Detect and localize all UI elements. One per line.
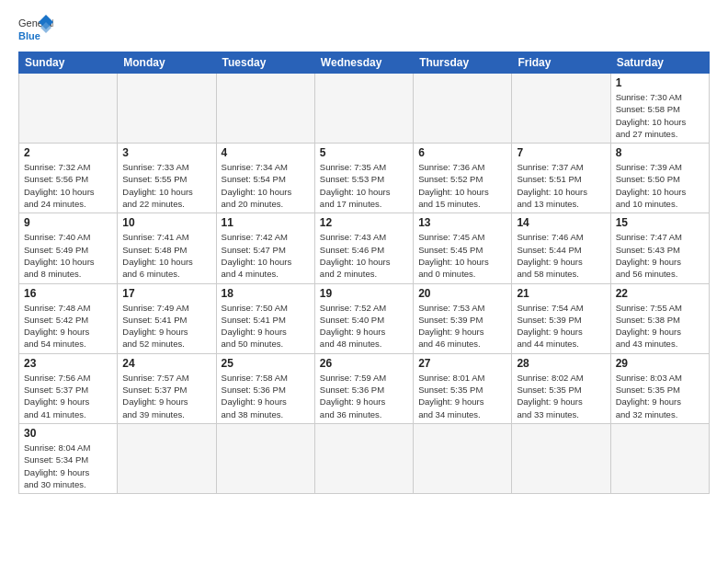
day-number: 21 (517, 287, 605, 300)
calendar-cell: 25Sunrise: 7:58 AM Sunset: 5:36 PM Dayli… (216, 353, 314, 423)
day-info: Sunrise: 7:33 AM Sunset: 5:55 PM Dayligh… (122, 161, 210, 210)
day-number: 6 (418, 146, 506, 159)
day-number: 20 (418, 287, 506, 300)
calendar-cell: 24Sunrise: 7:57 AM Sunset: 5:37 PM Dayli… (118, 353, 216, 423)
day-number: 4 (222, 146, 310, 159)
calendar-cell: 11Sunrise: 7:42 AM Sunset: 5:47 PM Dayli… (216, 213, 314, 283)
calendar-cell: 9Sunrise: 7:40 AM Sunset: 5:49 PM Daylig… (19, 213, 118, 283)
calendar-cell (512, 74, 610, 144)
calendar-cell: 15Sunrise: 7:47 AM Sunset: 5:43 PM Dayli… (610, 213, 709, 283)
logo-icon: General Blue (18, 15, 53, 46)
day-info: Sunrise: 7:34 AM Sunset: 5:54 PM Dayligh… (222, 161, 310, 210)
calendar-cell: 16Sunrise: 7:48 AM Sunset: 5:42 PM Dayli… (19, 283, 118, 353)
day-info: Sunrise: 8:03 AM Sunset: 5:35 PM Dayligh… (616, 372, 704, 420)
day-info: Sunrise: 7:58 AM Sunset: 5:36 PM Dayligh… (222, 372, 310, 420)
calendar-cell: 18Sunrise: 7:50 AM Sunset: 5:41 PM Dayli… (216, 283, 314, 353)
day-info: Sunrise: 7:52 AM Sunset: 5:40 PM Dayligh… (320, 302, 408, 350)
day-info: Sunrise: 7:46 AM Sunset: 5:44 PM Dayligh… (517, 231, 605, 280)
calendar-cell (118, 74, 216, 144)
day-number: 12 (320, 216, 408, 229)
calendar-cell (118, 423, 216, 493)
weekday-header-thursday: Thursday (414, 52, 512, 74)
weekday-header-friday: Friday (512, 52, 610, 74)
calendar-cell (314, 74, 413, 144)
day-info: Sunrise: 7:41 AM Sunset: 5:48 PM Dayligh… (122, 231, 210, 280)
weekday-header-monday: Monday (118, 52, 216, 74)
calendar-cell (19, 74, 118, 144)
day-info: Sunrise: 7:37 AM Sunset: 5:51 PM Dayligh… (517, 161, 605, 210)
calendar-week-row: 23Sunrise: 7:56 AM Sunset: 5:37 PM Dayli… (19, 353, 710, 423)
day-number: 13 (418, 216, 506, 229)
weekday-header-sunday: Sunday (19, 52, 118, 74)
day-info: Sunrise: 7:48 AM Sunset: 5:42 PM Dayligh… (24, 302, 112, 350)
calendar-cell (216, 423, 314, 493)
day-number: 17 (122, 287, 210, 300)
calendar-cell: 27Sunrise: 8:01 AM Sunset: 5:35 PM Dayli… (414, 353, 512, 423)
weekday-header-tuesday: Tuesday (216, 52, 314, 74)
calendar-cell (610, 423, 709, 493)
calendar-cell: 26Sunrise: 7:59 AM Sunset: 5:36 PM Dayli… (314, 353, 413, 423)
day-number: 11 (222, 216, 310, 229)
day-number: 26 (320, 357, 408, 370)
day-number: 29 (616, 357, 704, 370)
svg-text:Blue: Blue (18, 30, 40, 41)
day-number: 28 (517, 357, 605, 370)
day-number: 2 (24, 146, 112, 159)
day-number: 27 (418, 357, 506, 370)
day-number: 16 (24, 287, 112, 300)
calendar-cell: 6Sunrise: 7:36 AM Sunset: 5:52 PM Daylig… (414, 144, 512, 213)
calendar-table: SundayMondayTuesdayWednesdayThursdayFrid… (18, 52, 710, 494)
day-info: Sunrise: 7:39 AM Sunset: 5:50 PM Dayligh… (616, 161, 704, 210)
day-info: Sunrise: 7:40 AM Sunset: 5:49 PM Dayligh… (24, 231, 112, 280)
day-info: Sunrise: 7:59 AM Sunset: 5:36 PM Dayligh… (320, 372, 408, 420)
calendar-cell: 23Sunrise: 7:56 AM Sunset: 5:37 PM Dayli… (19, 353, 118, 423)
day-number: 30 (24, 427, 112, 440)
calendar-week-row: 16Sunrise: 7:48 AM Sunset: 5:42 PM Dayli… (19, 283, 710, 353)
day-number: 23 (24, 357, 112, 370)
page: General Blue SundayMondayTuesdayWednesda… (0, 0, 728, 563)
day-number: 14 (517, 216, 605, 229)
day-number: 5 (320, 146, 408, 159)
calendar-cell: 12Sunrise: 7:43 AM Sunset: 5:46 PM Dayli… (314, 213, 413, 283)
calendar-cell: 1Sunrise: 7:30 AM Sunset: 5:58 PM Daylig… (610, 74, 709, 144)
day-number: 24 (122, 357, 210, 370)
day-number: 19 (320, 287, 408, 300)
logo-container: General Blue (18, 15, 53, 46)
calendar-week-row: 2Sunrise: 7:32 AM Sunset: 5:56 PM Daylig… (19, 144, 710, 213)
day-number: 8 (616, 146, 704, 159)
calendar-cell (216, 74, 314, 144)
calendar-week-row: 9Sunrise: 7:40 AM Sunset: 5:49 PM Daylig… (19, 213, 710, 283)
day-number: 1 (616, 76, 704, 89)
day-info: Sunrise: 7:35 AM Sunset: 5:53 PM Dayligh… (320, 161, 408, 210)
day-number: 10 (122, 216, 210, 229)
calendar-cell: 20Sunrise: 7:53 AM Sunset: 5:39 PM Dayli… (414, 283, 512, 353)
day-info: Sunrise: 7:42 AM Sunset: 5:47 PM Dayligh… (222, 231, 310, 280)
calendar-cell (512, 423, 610, 493)
day-info: Sunrise: 7:53 AM Sunset: 5:39 PM Dayligh… (418, 302, 506, 350)
day-info: Sunrise: 7:36 AM Sunset: 5:52 PM Dayligh… (418, 161, 506, 210)
calendar-cell: 21Sunrise: 7:54 AM Sunset: 5:39 PM Dayli… (512, 283, 610, 353)
day-info: Sunrise: 8:01 AM Sunset: 5:35 PM Dayligh… (418, 372, 506, 420)
calendar-cell: 29Sunrise: 8:03 AM Sunset: 5:35 PM Dayli… (610, 353, 709, 423)
day-number: 9 (24, 216, 112, 229)
calendar-cell: 8Sunrise: 7:39 AM Sunset: 5:50 PM Daylig… (610, 144, 709, 213)
day-info: Sunrise: 7:45 AM Sunset: 5:45 PM Dayligh… (418, 231, 506, 280)
day-info: Sunrise: 7:30 AM Sunset: 5:58 PM Dayligh… (616, 91, 704, 140)
calendar-cell: 13Sunrise: 7:45 AM Sunset: 5:45 PM Dayli… (414, 213, 512, 283)
day-info: Sunrise: 7:47 AM Sunset: 5:43 PM Dayligh… (616, 231, 704, 280)
day-info: Sunrise: 7:55 AM Sunset: 5:38 PM Dayligh… (616, 302, 704, 350)
calendar-cell (414, 423, 512, 493)
calendar-cell (314, 423, 413, 493)
day-info: Sunrise: 7:56 AM Sunset: 5:37 PM Dayligh… (24, 372, 112, 420)
calendar-cell: 28Sunrise: 8:02 AM Sunset: 5:35 PM Dayli… (512, 353, 610, 423)
day-info: Sunrise: 7:49 AM Sunset: 5:41 PM Dayligh… (122, 302, 210, 350)
header: General Blue (18, 15, 710, 46)
day-info: Sunrise: 7:32 AM Sunset: 5:56 PM Dayligh… (24, 161, 112, 210)
calendar-cell: 7Sunrise: 7:37 AM Sunset: 5:51 PM Daylig… (512, 144, 610, 213)
calendar-cell: 2Sunrise: 7:32 AM Sunset: 5:56 PM Daylig… (19, 144, 118, 213)
calendar-cell: 17Sunrise: 7:49 AM Sunset: 5:41 PM Dayli… (118, 283, 216, 353)
calendar-cell: 5Sunrise: 7:35 AM Sunset: 5:53 PM Daylig… (314, 144, 413, 213)
day-info: Sunrise: 7:57 AM Sunset: 5:37 PM Dayligh… (122, 372, 210, 420)
calendar-week-row: 1Sunrise: 7:30 AM Sunset: 5:58 PM Daylig… (19, 74, 710, 144)
day-info: Sunrise: 8:02 AM Sunset: 5:35 PM Dayligh… (517, 372, 605, 420)
